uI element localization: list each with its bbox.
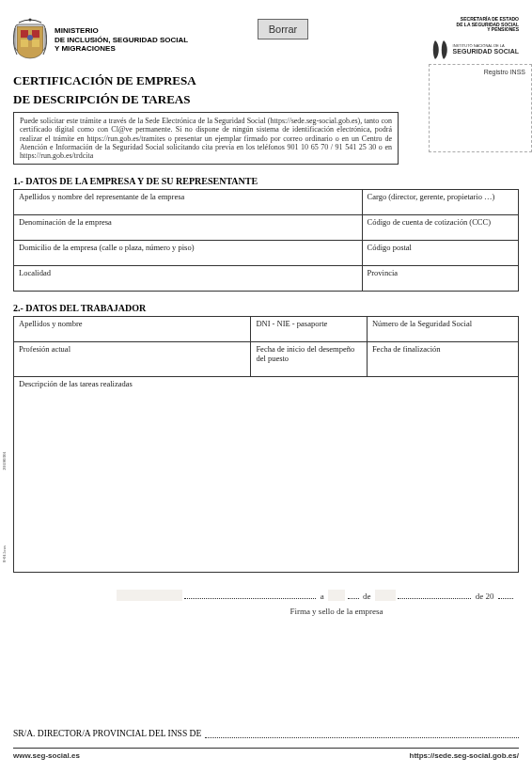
field-localidad[interactable]: Localidad bbox=[14, 266, 363, 292]
field-provincia[interactable]: Provincia bbox=[362, 266, 518, 292]
registro-inss-box: Registro INSS bbox=[429, 64, 532, 152]
right-header-block: SECRETARÍA DE ESTADO DE LA SEGURIDAD SOC… bbox=[406, 17, 519, 61]
ministerio-line3: Y MIGRACIONES bbox=[55, 44, 188, 54]
section1-table: Apellidos y nombre del representante de … bbox=[13, 189, 519, 292]
field-fecha-fin[interactable]: Fecha de finalización bbox=[367, 342, 518, 377]
field-domicilio[interactable]: Domicilio de la empresa (calle o plaza, … bbox=[14, 241, 363, 266]
day-fill[interactable] bbox=[328, 590, 345, 601]
field-denominacion[interactable]: Denominación de la empresa bbox=[14, 215, 363, 241]
svg-rect-2 bbox=[32, 30, 39, 38]
field-fecha-inicio[interactable]: Fecha de inicio del desempeño del puesto bbox=[251, 342, 368, 377]
bottom-area: SR/A. DIRECTOR/A PROVINCIAL DEL INSS DE … bbox=[13, 729, 519, 760]
svg-rect-3 bbox=[21, 39, 28, 47]
svg-point-5 bbox=[27, 35, 33, 40]
seguridad-social-logo: INSTITUTO NACIONAL DE LA SEGURIDAD SOCIA… bbox=[406, 39, 519, 61]
document-header: MINISTERIO DE INCLUSIÓN, SEGURIDAD SOCIA… bbox=[13, 17, 519, 62]
footer-left-url: www.seg-social.es bbox=[13, 751, 80, 760]
svg-point-6 bbox=[29, 19, 32, 22]
place-fill[interactable] bbox=[117, 590, 182, 601]
director-fill[interactable] bbox=[205, 730, 519, 738]
field-rep-apellidos[interactable]: Apellidos y nombre del representante de … bbox=[14, 190, 363, 215]
side-code-1: 20190301 bbox=[2, 451, 7, 470]
registro-inss-label: Registro INSS bbox=[435, 69, 525, 75]
field-trab-apellidos[interactable]: Apellidos y nombre bbox=[14, 317, 251, 342]
field-cargo[interactable]: Cargo (director, gerente, propietario …) bbox=[362, 190, 518, 215]
ministerio-line2: DE INCLUSIÓN, SEGURIDAD SOCIAL bbox=[55, 36, 188, 45]
side-code-2: 8-015cas bbox=[2, 545, 7, 562]
intro-text-box: Puede solicitar este trámite a través de… bbox=[13, 112, 399, 165]
svg-rect-4 bbox=[32, 39, 39, 47]
field-descripcion-tareas[interactable]: Descripción de las tareas realizadas bbox=[14, 377, 519, 573]
seguridad-social-icon bbox=[432, 39, 449, 61]
ministerio-text: MINISTERIO DE INCLUSIÓN, SEGURIDAD SOCIA… bbox=[55, 26, 188, 54]
seguridad-social-text: INSTITUTO NACIONAL DE LA SEGURIDAD SOCIA… bbox=[453, 44, 519, 55]
spain-coat-of-arms-icon bbox=[13, 17, 47, 62]
field-nss[interactable]: Número de la Seguridad Social bbox=[367, 317, 518, 342]
footer-bar: www.seg-social.es https://sede.seg-socia… bbox=[13, 748, 519, 760]
date-line: a de de 20 bbox=[13, 590, 519, 601]
section1-heading: 1.- DATOS DE LA EMPRESA Y DE SU REPRESEN… bbox=[13, 176, 519, 186]
secretaria-text: SECRETARÍA DE ESTADO DE LA SEGURIDAD SOC… bbox=[406, 17, 519, 33]
field-ccc[interactable]: Código de cuenta de cotización (CCC) bbox=[362, 215, 518, 241]
field-cp[interactable]: Código postal bbox=[362, 241, 518, 266]
firma-label: Firma y sello de la empresa bbox=[13, 607, 519, 616]
field-profesion[interactable]: Profesión actual bbox=[14, 342, 251, 377]
director-label: SR/A. DIRECTOR/A PROVINCIAL DEL INSS DE bbox=[13, 729, 201, 738]
field-dni[interactable]: DNI - NIE - pasaporte bbox=[251, 317, 368, 342]
month-fill[interactable] bbox=[375, 590, 396, 601]
ministerio-line1: MINISTERIO bbox=[55, 26, 188, 36]
director-line: SR/A. DIRECTOR/A PROVINCIAL DEL INSS DE bbox=[13, 729, 519, 738]
svg-rect-1 bbox=[21, 30, 28, 38]
intro-text: Puede solicitar este trámite a través de… bbox=[20, 117, 392, 160]
borrar-button[interactable]: Borrar bbox=[258, 19, 308, 39]
footer-right-url: https://sede.seg-social.gob.es/ bbox=[410, 751, 519, 760]
section2-heading: 2.- DATOS DEL TRABAJADOR bbox=[13, 303, 519, 313]
section2-table: Apellidos y nombre DNI - NIE - pasaporte… bbox=[13, 316, 519, 573]
